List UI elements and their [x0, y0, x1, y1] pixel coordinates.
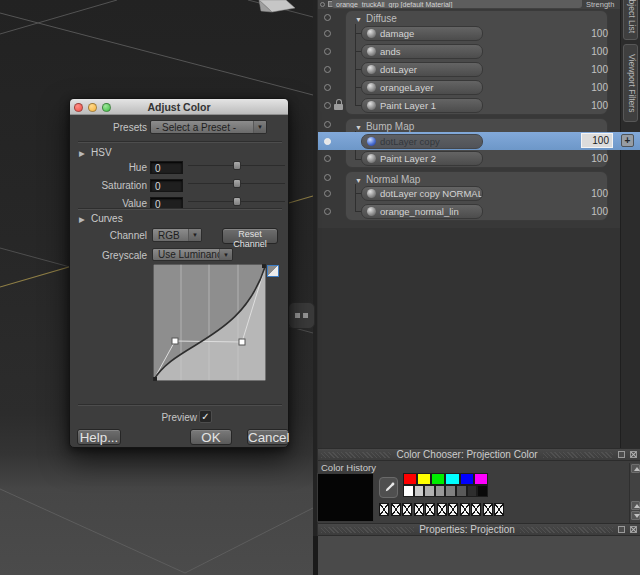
- palette-swatch[interactable]: [424, 485, 435, 497]
- empty-color-slot[interactable]: [391, 503, 401, 516]
- empty-color-slot[interactable]: [437, 503, 447, 516]
- close-panel-icon[interactable]: [630, 451, 637, 458]
- saturation-input[interactable]: 0: [150, 179, 183, 192]
- panel-grip[interactable]: [288, 302, 315, 329]
- visibility-toggle[interactable]: [324, 30, 331, 37]
- palette-swatch[interactable]: [456, 485, 467, 497]
- visibility-toggle[interactable]: [324, 48, 331, 55]
- scroll-up-button[interactable]: [631, 464, 640, 473]
- visibility-toggle[interactable]: [324, 121, 331, 128]
- hue-slider[interactable]: [188, 159, 285, 172]
- visibility-toggle[interactable]: [324, 14, 331, 21]
- visibility-toggle[interactable]: [324, 155, 331, 162]
- close-panel-icon[interactable]: [630, 526, 637, 533]
- layer-strength[interactable]: 100: [580, 28, 608, 39]
- selected-layer-row[interactable]: dotLayer copy 100 +: [318, 132, 640, 150]
- visibility-toggle[interactable]: [324, 102, 331, 109]
- reset-channel-button[interactable]: Reset Channel: [222, 228, 278, 244]
- empty-color-slot[interactable]: [494, 503, 504, 516]
- curve-control-point[interactable]: [172, 338, 178, 344]
- disclosure-triangle-icon[interactable]: ▼: [355, 177, 362, 184]
- curve-endpoint[interactable]: [153, 377, 157, 381]
- group-header[interactable]: ▼Normal Map: [355, 174, 420, 185]
- layer-pill[interactable]: dotLayer: [361, 62, 483, 77]
- curves-section-header[interactable]: Curves: [91, 213, 123, 224]
- empty-color-slot[interactable]: [402, 503, 412, 516]
- layer-strength[interactable]: 100: [580, 100, 608, 111]
- palette-swatch[interactable]: [417, 473, 431, 485]
- float-panel-icon[interactable]: [618, 451, 625, 458]
- palette-swatch[interactable]: [477, 485, 488, 497]
- layer-strength[interactable]: 100: [580, 82, 608, 93]
- layer-strength[interactable]: 100: [580, 46, 608, 57]
- eyedropper-button[interactable]: [379, 477, 398, 498]
- curve-control-point[interactable]: [239, 339, 245, 345]
- layer-pill[interactable]: orangeLayer: [361, 80, 483, 95]
- layer-strength[interactable]: 100: [580, 188, 608, 199]
- empty-color-slot[interactable]: [483, 503, 493, 516]
- cancel-button[interactable]: Cancel: [247, 429, 289, 445]
- palette-swatch[interactable]: [403, 485, 414, 497]
- scrollbar[interactable]: [629, 463, 640, 523]
- palette-swatch[interactable]: [445, 485, 456, 497]
- layer-pill[interactable]: Paint Layer 2: [361, 151, 483, 166]
- strength-input[interactable]: 100: [581, 133, 613, 148]
- layer-pill-selected[interactable]: dotLayer copy: [361, 134, 483, 149]
- cube-mesh[interactable]: [259, 0, 295, 12]
- saturation-slider[interactable]: [188, 177, 285, 190]
- scroll-down-button[interactable]: [631, 511, 640, 520]
- hue-input[interactable]: 0: [150, 161, 183, 174]
- visibility-toggle[interactable]: [324, 190, 331, 197]
- palette-swatch[interactable]: [435, 485, 446, 497]
- color-chooser-header[interactable]: Color Chooser: Projection Color: [318, 448, 640, 461]
- channel-dropdown[interactable]: RGB ▼: [152, 228, 202, 242]
- float-panel-icon[interactable]: [618, 526, 625, 533]
- layer-strength[interactable]: 100: [580, 153, 608, 164]
- empty-color-slot[interactable]: [460, 503, 470, 516]
- palette-swatch[interactable]: [414, 485, 425, 497]
- curve-snapshot-icon[interactable]: [267, 265, 279, 277]
- group-header[interactable]: ▼Diffuse: [355, 13, 397, 24]
- layer-pill[interactable]: damage: [361, 26, 483, 41]
- value-slider[interactable]: [188, 195, 285, 208]
- layer-strength[interactable]: 100: [580, 64, 608, 75]
- help-button[interactable]: Help...: [77, 429, 121, 445]
- palette-swatch[interactable]: [403, 473, 417, 485]
- visibility-toggle[interactable]: [324, 66, 331, 73]
- curve-editor[interactable]: [153, 264, 266, 381]
- visibility-toggle[interactable]: [324, 174, 331, 181]
- empty-color-slot[interactable]: [448, 503, 458, 516]
- visibility-toggle[interactable]: [324, 84, 331, 91]
- disclosure-triangle-icon[interactable]: ▼: [355, 16, 362, 23]
- object-name-field[interactable]: orange_truckAll_grp [default Material]: [332, 0, 582, 8]
- current-color-swatch[interactable]: [317, 473, 374, 522]
- group-header[interactable]: ▼Bump Map: [355, 121, 414, 132]
- layer-pill[interactable]: dotLayer copy NORMAL1: [361, 186, 483, 201]
- dialog-titlebar[interactable]: Adjust Color: [70, 99, 288, 115]
- palette-swatch[interactable]: [445, 473, 459, 485]
- layer-pill[interactable]: orange_normal_lin: [361, 204, 483, 219]
- section-arrow-icon[interactable]: ▶: [79, 215, 85, 224]
- empty-color-slot[interactable]: [414, 503, 424, 516]
- tab-viewport-filters[interactable]: Viewport Filters: [623, 44, 638, 122]
- slider-knob[interactable]: [233, 197, 241, 206]
- tab-object-list[interactable]: Object List: [623, 0, 638, 40]
- empty-color-slot[interactable]: [425, 503, 435, 516]
- curve-endpoint[interactable]: [262, 264, 266, 268]
- scroll-up-button[interactable]: [631, 501, 640, 510]
- strength-slider-handle[interactable]: +: [621, 134, 634, 147]
- layer-pill[interactable]: ands: [361, 44, 483, 59]
- lock-icon[interactable]: [334, 99, 343, 110]
- visibility-toggle[interactable]: [324, 208, 331, 215]
- greyscale-dropdown[interactable]: Use Luminance ▼: [152, 248, 233, 261]
- hsv-section-header[interactable]: HSV: [91, 147, 112, 158]
- empty-color-slot[interactable]: [379, 503, 389, 516]
- palette-swatch[interactable]: [431, 473, 445, 485]
- palette-swatch[interactable]: [474, 473, 488, 485]
- visibility-toggle-selected[interactable]: [324, 138, 331, 145]
- disclosure-triangle-icon[interactable]: ▼: [355, 124, 362, 131]
- properties-header[interactable]: Properties: Projection: [318, 523, 640, 536]
- slider-knob[interactable]: [233, 179, 241, 188]
- layer-pill[interactable]: Paint Layer 1: [361, 98, 483, 113]
- palette-swatch[interactable]: [467, 485, 478, 497]
